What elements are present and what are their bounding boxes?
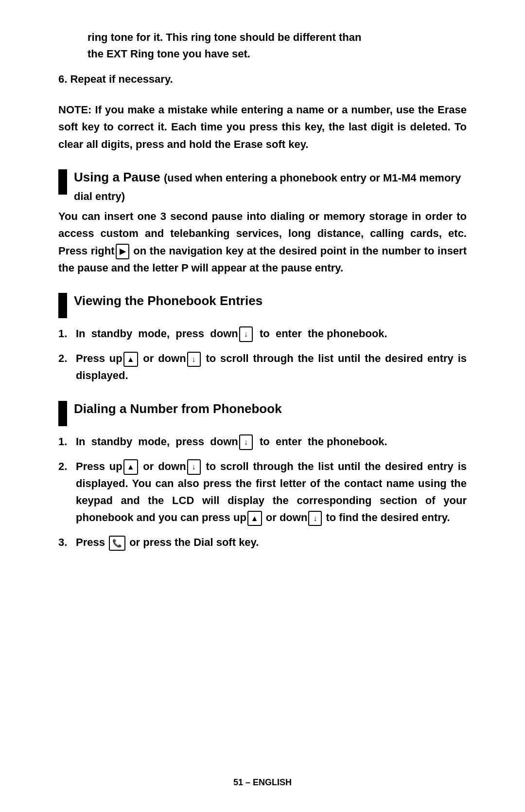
erase-label-2: Erase	[234, 138, 263, 150]
pause-title-area: Using a Pause (used when entering a phon…	[74, 168, 467, 205]
up-icon-3: ▲	[247, 511, 262, 526]
dialing-list: 1. In standby mode, press down↓ to enter…	[58, 433, 467, 551]
item-6: 6. Repeat if necessary.	[58, 71, 467, 88]
viewing-section: Viewing the Phonebook Entries 1. In stan…	[58, 292, 467, 384]
pause-body: You can insert one 3 second pause into d…	[58, 208, 467, 276]
viewing-num-1: 1.	[58, 325, 76, 342]
dialing-title: Dialing a Number from Phonebook	[74, 400, 282, 418]
note-text1: If you make a mistake while entering a n…	[91, 104, 438, 116]
viewing-num-2: 2.	[58, 350, 76, 367]
down-icon-5: ↓	[308, 511, 322, 526]
down-icon-4: ↓	[187, 459, 201, 475]
viewing-title: Viewing the Phonebook Entries	[74, 292, 262, 310]
pause-p-bold: P	[181, 262, 188, 274]
viewing-content-1: In standby mode, press down↓ to enter th…	[76, 325, 467, 342]
viewing-item-2: 2. Press up▲ or down↓ to scroll through …	[58, 350, 467, 384]
note-text3: soft key.	[263, 138, 309, 150]
pause-body3: will appear at the pause entry.	[188, 262, 343, 274]
dialing-num-2: 2.	[58, 458, 76, 475]
dialing-content-2: Press up▲ or down↓ to scroll through the…	[76, 458, 467, 526]
intro-text: ring tone for it. This ring tone should …	[58, 29, 467, 62]
viewing-bullet	[58, 293, 67, 318]
viewing-item-1: 1. In standby mode, press down↓ to enter…	[58, 325, 467, 342]
dial-bold: Dial	[193, 536, 213, 548]
dialing-num-1: 1.	[58, 433, 76, 450]
viewing-header: Viewing the Phonebook Entries	[58, 292, 467, 318]
dialing-num-3: 3.	[58, 534, 76, 551]
viewing-content-2: Press up▲ or down↓ to scroll through the…	[76, 350, 467, 384]
dialing-item-3: 3. Press 📞 or press the Dial soft key.	[58, 534, 467, 551]
intro-line1: ring tone for it. This ring tone should …	[88, 29, 467, 46]
content: ring tone for it. This ring tone should …	[58, 29, 467, 551]
pause-title-text: Using a Pause	[74, 170, 160, 184]
up-icon-2: ▲	[123, 459, 138, 475]
page: ring tone for it. This ring tone should …	[0, 0, 525, 812]
down-icon-3: ↓	[239, 434, 253, 450]
nav-right-icon: ▶	[116, 244, 129, 259]
dialing-section: Dialing a Number from Phonebook 1. In st…	[58, 400, 467, 551]
dialing-header: Dialing a Number from Phonebook	[58, 400, 467, 426]
down-icon-1: ↓	[239, 326, 253, 342]
pause-bullet	[58, 169, 67, 195]
intro-line2: the EXT Ring tone you have set.	[88, 46, 467, 62]
dialing-content-3: Press 📞 or press the Dial soft key.	[76, 534, 467, 551]
down-icon-2: ↓	[187, 352, 201, 367]
dialing-bullet	[58, 401, 67, 426]
note-label: NOTE:	[58, 104, 91, 116]
dialing-item-1: 1. In standby mode, press down↓ to enter…	[58, 433, 467, 450]
page-footer: 51 – ENGLISH	[0, 777, 525, 788]
viewing-list: 1. In standby mode, press down↓ to enter…	[58, 325, 467, 384]
call-icon: 📞	[109, 536, 125, 551]
pause-header: Using a Pause (used when entering a phon…	[58, 168, 467, 205]
note-block: NOTE: If you make a mistake while enteri…	[58, 101, 467, 153]
up-icon-1: ▲	[123, 352, 138, 367]
pause-section: Using a Pause (used when entering a phon…	[58, 168, 467, 276]
pause-title: Using a Pause (used when entering a phon…	[74, 168, 467, 205]
dialing-content-1: In standby mode, press down↓ to enter th…	[76, 433, 467, 450]
erase-label-1: Erase	[438, 104, 467, 116]
dialing-item-2: 2. Press up▲ or down↓ to scroll through …	[58, 458, 467, 526]
